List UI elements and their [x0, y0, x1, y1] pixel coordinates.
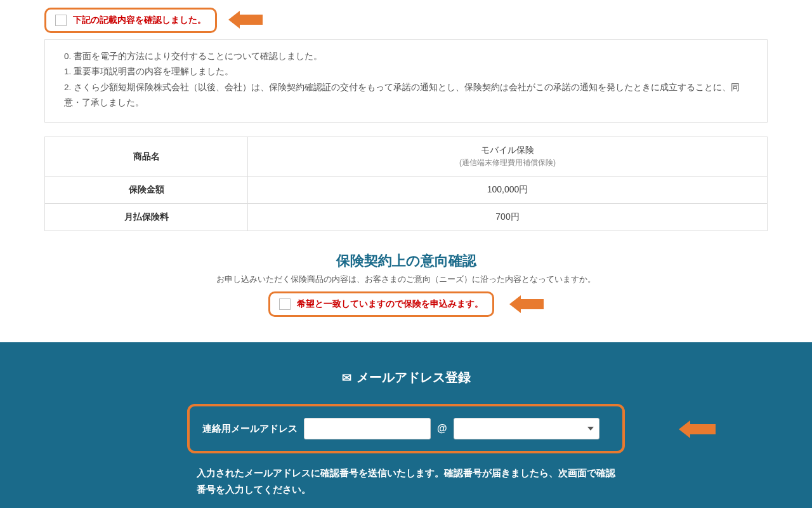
confirm-list-item: 2. さくら少額短期保険株式会社（以後、会社）は、保険契約確認証の交付をもって承…	[64, 80, 754, 111]
confirm-content-checkbox-row[interactable]: 下記の記載内容を確認しました。	[44, 8, 217, 33]
arrow-pointer-1	[228, 11, 263, 29]
email-registration-section: ✉メールアドレス登録 連絡用メールアドレス @ 入力されたメールアドレスに確認番…	[0, 342, 812, 508]
confirm-content-checkbox[interactable]	[55, 15, 67, 26]
email-local-input[interactable]	[304, 418, 431, 439]
email-field-label: 連絡用メールアドレス	[202, 422, 304, 436]
email-input-box: 連絡用メールアドレス @	[187, 404, 625, 453]
confirm-list-item: 0. 書面を電子的方法により交付することについて確認しました。	[64, 49, 754, 64]
table-label-premium: 月払保険料	[45, 204, 248, 231]
confirmation-text-panel: 0. 書面を電子的方法により交付することについて確認しました。 1. 重要事項説…	[44, 39, 768, 123]
table-label-amount: 保険金額	[45, 177, 248, 204]
intent-checkbox-label: 希望と一致していますので保険を申込みます。	[297, 298, 483, 310]
table-value-amount: 100,000円	[248, 177, 768, 204]
table-row: 商品名 モバイル保険 (通信端末修理費用補償保険)	[45, 137, 768, 177]
table-value-premium: 700円	[248, 204, 768, 231]
arrow-pointer-2	[509, 295, 544, 313]
email-section-title: ✉メールアドレス登録	[95, 369, 717, 386]
email-note-text: 入力されたメールアドレスに確認番号を送信いたします。確認番号が届きましたら、次画…	[197, 465, 615, 498]
table-row: 月払保険料 700円	[45, 204, 768, 231]
intent-checkbox[interactable]	[279, 298, 291, 310]
intent-section-desc: お申し込みいただく保険商品の内容は、お客さまのご意向（ニーズ）に沿った内容となっ…	[44, 274, 768, 285]
table-value-product: モバイル保険 (通信端末修理費用補償保険)	[248, 137, 768, 177]
email-domain-select[interactable]	[454, 418, 599, 439]
intent-section-title: 保険契約上の意向確認	[44, 251, 768, 271]
confirm-list-item: 1. 重要事項説明書の内容を理解しました。	[64, 64, 754, 79]
email-at-symbol: @	[437, 423, 447, 434]
intent-checkbox-row[interactable]: 希望と一致していますので保険を申込みます。	[268, 291, 494, 317]
confirm-content-checkbox-label: 下記の記載内容を確認しました。	[73, 15, 206, 26]
table-label-product: 商品名	[45, 137, 248, 177]
product-info-table: 商品名 モバイル保険 (通信端末修理費用補償保険) 保険金額 100,000円 …	[44, 137, 768, 231]
table-row: 保険金額 100,000円	[45, 177, 768, 204]
arrow-pointer-3	[679, 420, 716, 438]
mail-icon: ✉	[342, 371, 351, 385]
